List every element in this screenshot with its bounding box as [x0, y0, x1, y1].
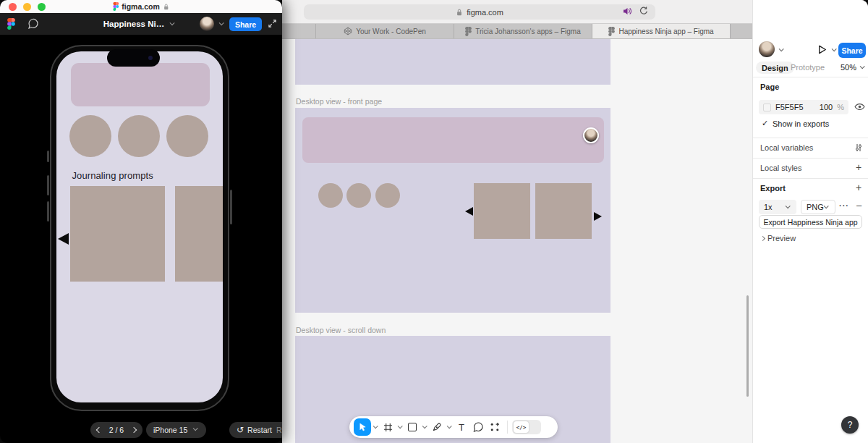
restart-button[interactable]: ↺ Restart R — [229, 422, 282, 438]
pen-tool-chevron-icon[interactable] — [447, 423, 452, 429]
page-opacity-unit: % — [837, 103, 844, 111]
figma-canvas[interactable]: Desktop view - front page Desktop view -… — [282, 39, 752, 443]
lock-icon — [456, 8, 463, 17]
preview-disclosure-icon[interactable] — [760, 236, 765, 241]
color-swatch[interactable] — [763, 104, 771, 111]
export-scale-select[interactable]: 1x — [759, 200, 796, 214]
tab-tricia-apps-figma[interactable]: Tricia Johansson's apps – Figma — [454, 24, 592, 38]
design-card-rect[interactable] — [474, 183, 530, 239]
design-circle[interactable] — [318, 183, 343, 208]
actions-tool-button[interactable] — [487, 418, 503, 436]
design-circle[interactable] — [346, 183, 371, 208]
move-tool-chevron-icon[interactable] — [373, 423, 378, 429]
pen-tool-button[interactable] — [429, 418, 445, 436]
export-format-select[interactable]: PNG — [801, 200, 835, 214]
tab-design[interactable]: Design — [756, 62, 794, 74]
share-button[interactable]: Share — [838, 43, 866, 58]
help-button[interactable]: ? — [841, 416, 859, 434]
zoom-chevron-icon[interactable] — [860, 64, 865, 69]
canvas-frame-top-partial[interactable] — [295, 39, 610, 85]
minimize-window-icon[interactable] — [23, 3, 31, 11]
frame-label-front-page[interactable]: Desktop view - front page — [296, 97, 382, 106]
carousel-left-arrow-icon[interactable] — [465, 207, 473, 216]
previous-page-icon[interactable] — [96, 427, 102, 433]
variables-adjust-icon[interactable] — [854, 143, 863, 152]
page-color-hex[interactable]: F5F5F5 — [775, 103, 804, 111]
move-tool-button[interactable] — [354, 418, 371, 436]
figma-icon — [465, 27, 472, 36]
add-export-icon[interactable]: + — [856, 182, 861, 193]
local-variables-row[interactable]: Local variables — [760, 143, 813, 152]
export-more-options-icon[interactable]: ··· — [839, 201, 849, 210]
address-bar[interactable]: figma.com — [304, 4, 655, 20]
frame-tool-chevron-icon[interactable] — [398, 423, 403, 429]
dev-mode-toggle[interactable]: </> — [512, 420, 541, 434]
app-circle — [69, 115, 111, 157]
phone-volume-up-button — [47, 175, 49, 195]
figma-favicon — [113, 2, 119, 11]
tab-label: Happiness Ninja app – Figma — [618, 28, 713, 35]
checkbox-checked-icon[interactable]: ✓ — [762, 119, 768, 128]
remove-export-icon[interactable]: – — [856, 200, 861, 211]
page-color-field[interactable]: F5F5F5 100 % — [759, 100, 848, 114]
share-button[interactable]: Share — [229, 17, 262, 31]
rectangle-icon — [408, 423, 417, 431]
pointer-cursor-icon — [58, 233, 69, 245]
close-window-icon[interactable] — [9, 3, 17, 11]
design-card-rect[interactable] — [535, 183, 592, 239]
phone-power-button — [230, 190, 232, 224]
tab-happiness-ninja-figma[interactable]: Happiness Ninja app – Figma — [592, 24, 731, 38]
frame-label-scroll-down[interactable]: Desktop view - scroll down — [296, 326, 386, 334]
preview-section-row[interactable]: Preview — [767, 234, 796, 242]
shape-tool-button[interactable] — [404, 418, 420, 436]
reload-icon[interactable] — [639, 7, 648, 15]
local-styles-row[interactable]: Local styles — [760, 164, 801, 172]
front-camera-icon — [148, 56, 153, 60]
add-style-icon[interactable]: + — [856, 161, 861, 173]
device-selector[interactable]: iPhone 15 — [146, 422, 206, 438]
page-scrollbar[interactable] — [746, 295, 749, 397]
shape-tool-chevron-icon[interactable] — [422, 423, 427, 429]
restart-label: Restart — [247, 426, 272, 434]
show-in-exports-label[interactable]: Show in exports — [773, 119, 829, 128]
visibility-eye-icon[interactable] — [854, 103, 865, 111]
comment-icon[interactable] — [27, 18, 39, 30]
comment-tool-button[interactable] — [470, 418, 486, 436]
tab-your-work-codepen[interactable]: Your Work - CodePen — [316, 24, 454, 38]
canvas-frame-front-page[interactable] — [295, 108, 610, 313]
figma-logo[interactable] — [7, 18, 15, 30]
iphone-mockup: Journaling prompts — [50, 45, 229, 411]
design-banner-rect[interactable] — [302, 117, 604, 163]
phone-silent-switch — [47, 151, 49, 162]
present-chevron-icon[interactable] — [832, 46, 837, 51]
user-avatar[interactable] — [200, 17, 214, 31]
avatar-chevron-icon[interactable] — [219, 20, 224, 25]
page-opacity-value[interactable]: 100 — [820, 103, 833, 111]
export-file-button[interactable]: Export Happiness Ninja app — [759, 215, 862, 229]
app-card-rect — [175, 186, 223, 282]
next-page-icon[interactable] — [131, 427, 137, 433]
tab-prototype[interactable]: Prototype — [791, 63, 825, 72]
zoom-level[interactable]: 50% — [841, 63, 856, 72]
tab-label: Tricia Johansson's apps – Figma — [475, 28, 581, 35]
preview-titlebar: figma.com — [0, 0, 282, 13]
file-title[interactable]: Happiness Ni… — [103, 13, 176, 35]
zoom-window-icon[interactable] — [38, 3, 46, 11]
carousel-right-arrow-icon[interactable] — [594, 212, 602, 221]
user-avatar[interactable] — [759, 41, 775, 57]
audio-icon[interactable] — [623, 7, 632, 15]
account-chevron-icon[interactable] — [779, 46, 784, 51]
restart-shortcut: R — [276, 426, 282, 434]
lock-icon — [163, 3, 169, 11]
section-export-title: Export — [760, 184, 786, 193]
frame-tool-button[interactable] — [380, 418, 396, 436]
scale-chevron-icon — [786, 203, 791, 208]
text-tool-button[interactable]: T — [454, 418, 469, 436]
present-play-icon[interactable] — [817, 44, 827, 55]
design-circle[interactable] — [375, 183, 400, 208]
figma-icon — [608, 27, 615, 36]
fullscreen-expand-icon[interactable] — [268, 19, 277, 28]
device-chevron-icon — [193, 426, 198, 431]
page-navigator: 2 / 6 — [90, 422, 142, 438]
phone-screen[interactable]: Journaling prompts — [56, 51, 223, 402]
